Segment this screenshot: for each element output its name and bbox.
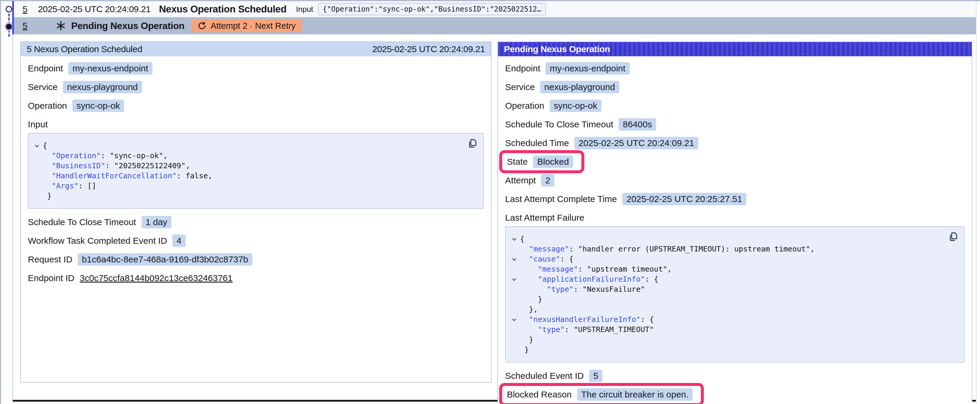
field-label: Last Attempt Failure — [505, 213, 584, 223]
field-value-badge: nexus-playground — [540, 81, 619, 93]
asterisk-icon — [56, 21, 66, 31]
json-line: }, — [509, 304, 958, 315]
json-line: } — [509, 345, 958, 355]
field-label: Operation — [505, 101, 544, 111]
blocked-reason-highlight-annotation: Blocked Reason The circuit breaker is op… — [499, 383, 704, 404]
json-line: "type": "NexusFailure" — [509, 284, 958, 295]
field-input-label-row: Input — [28, 118, 484, 131]
copy-button[interactable] — [948, 231, 959, 242]
panel-timestamp: 2025-02-25 UTC 20:24:09.21 — [372, 44, 485, 54]
state-badge: Blocked — [533, 155, 573, 168]
field-endpoint-id: Endpoint ID 3c0c75ccfa8144b092c13ce63246… — [28, 272, 484, 284]
field-label: Schedule To Close Timeout — [28, 217, 136, 227]
field-value-badge: my-nexus-endpoint — [68, 62, 152, 74]
pending-operation-row[interactable]: 5 Pending Nexus Operation Attempt 2 · Ne… — [14, 17, 980, 34]
json-line: { — [509, 234, 958, 244]
field-label: Endpoint — [505, 63, 540, 73]
json-line: "message": "handler error (UPSTREAM_TIME… — [509, 244, 958, 254]
field-attempt: Attempt 2 — [505, 174, 964, 187]
field-endpoint: Endpoint my-nexus-endpoint — [505, 62, 964, 74]
pending-operation-panel-header: Pending Nexus Operation — [498, 42, 972, 56]
json-line: "HandlerWaitForCancellation": false, — [32, 171, 477, 181]
field-label: Schedule To Close Timeout — [505, 119, 613, 130]
field-service: Service nexus-playground — [28, 81, 484, 93]
event-timestamp: 2025-02-25 UTC 20:24:09.21 — [38, 4, 151, 14]
field-label: Workflow Task Completed Event ID — [28, 236, 167, 246]
field-state: State Blocked — [505, 155, 964, 168]
field-scheduled-time: Scheduled Time 2025-02-25 UTC 20:24:09.2… — [505, 137, 964, 149]
field-label: Scheduled Time — [505, 138, 569, 148]
field-label: Service — [505, 82, 535, 92]
event-detail-area: 5 Nexus Operation Scheduled 2025-02-25 U… — [13, 34, 977, 402]
json-line: "cause": { — [509, 254, 958, 264]
panel-title: 5 Nexus Operation Scheduled — [27, 44, 142, 54]
json-line: { — [32, 141, 477, 151]
selected-event-indicator — [12, 1, 14, 34]
field-value-badge: sync-op-ok — [550, 100, 601, 112]
scrollbar[interactable] — [976, 1, 980, 404]
json-line: "BusinessID": "20250225122409", — [32, 161, 477, 171]
field-label: Scheduled Event ID — [505, 371, 584, 381]
event-detail-panel-header: 5 Nexus Operation Scheduled 2025-02-25 U… — [21, 42, 491, 56]
field-request-id: Request ID b1c6a4bc-8ee7-468a-9169-df3b0… — [28, 253, 484, 266]
field-operation: Operation sync-op-ok — [505, 100, 964, 112]
field-label: Request ID — [28, 254, 72, 265]
attempt-retry-label: Attempt 2 · Next Retry — [211, 21, 296, 31]
event-marker-icon — [6, 6, 12, 13]
field-label: Endpoint ID — [28, 273, 75, 283]
pending-marker-icon — [6, 24, 12, 30]
field-value-badge: b1c6a4bc-8ee7-468a-9169-df3b02c8737b — [78, 253, 252, 266]
json-line: "type": "UPSTREAM_TIMEOUT" — [509, 325, 958, 335]
field-value-badge: sync-op-ok — [72, 100, 124, 112]
field-value-badge: 1 day — [142, 216, 172, 228]
event-detail-panel: 5 Nexus Operation Scheduled 2025-02-25 U… — [20, 41, 492, 383]
event-id-link[interactable]: 5 — [22, 4, 31, 14]
json-line: "applicationFailureInfo": { — [509, 274, 958, 284]
panel-title: Pending Nexus Operation — [504, 44, 610, 54]
field-label: Endpoint — [28, 63, 63, 73]
event-input-label: Input — [296, 5, 313, 14]
field-label: Attempt — [505, 175, 536, 185]
field-label: State — [507, 157, 528, 167]
json-line: } — [32, 191, 477, 201]
blocked-reason-badge: The circuit breaker is open. — [577, 388, 693, 401]
field-scheduled-event-id: Scheduled Event ID 5 — [505, 370, 964, 382]
event-input-preview-badge[interactable]: {"Operation":"sync-op-ok","BusinessID":"… — [318, 3, 546, 16]
field-service: Service nexus-playground — [505, 81, 964, 93]
field-wft-completed-event-id: Workflow Task Completed Event ID 4 — [28, 234, 484, 247]
chevron-down-icon[interactable] — [512, 257, 516, 261]
pending-id-link[interactable]: 5 — [22, 21, 31, 31]
field-value-badge: 5 — [589, 370, 602, 382]
chevron-down-icon[interactable] — [512, 317, 516, 322]
field-value-badge: 4 — [172, 234, 186, 247]
attempt-retry-badge: Attempt 2 · Next Retry — [192, 19, 302, 32]
temporal-event-history-view: 5 2025-02-25 UTC 20:24:09.21 Nexus Opera… — [0, 0, 980, 404]
json-line: "nexusHandlerFailureInfo": { — [509, 315, 958, 325]
chevron-down-icon[interactable] — [35, 143, 39, 147]
field-label: Service — [28, 82, 57, 92]
history-event-row[interactable]: 5 2025-02-25 UTC 20:24:09.21 Nexus Opera… — [14, 1, 980, 17]
json-line: "Args": [] — [32, 181, 477, 191]
json-line: } — [509, 335, 958, 345]
field-label: Last Attempt Complete Time — [505, 194, 617, 204]
field-operation: Operation sync-op-ok — [28, 100, 484, 112]
field-endpoint: Endpoint my-nexus-endpoint — [28, 62, 484, 74]
field-value-badge: nexus-playground — [63, 81, 142, 93]
field-last-attempt-complete-time: Last Attempt Complete Time 2025-02-25 UT… — [505, 193, 964, 205]
field-schedule-to-close: Schedule To Close Timeout 1 day — [28, 216, 484, 228]
chevron-down-icon[interactable] — [512, 277, 516, 281]
input-json-viewer: { "Operation": "sync-op-ok", "BusinessID… — [28, 133, 484, 209]
endpoint-id-link[interactable]: 3c0c75ccfa8144b092c13ce632463761 — [80, 273, 232, 283]
copy-button[interactable] — [467, 138, 478, 149]
field-label: Input — [28, 119, 48, 130]
chevron-down-icon[interactable] — [512, 237, 516, 241]
state-highlight-annotation: State Blocked — [499, 150, 584, 173]
field-label: Operation — [28, 101, 67, 111]
field-value-badge: my-nexus-endpoint — [546, 62, 629, 74]
json-line: "message": "upstream timeout", — [509, 264, 958, 274]
retry-icon — [197, 21, 207, 30]
field-value-badge: 2025-02-25 UTC 20:25:27.51 — [622, 193, 746, 205]
field-label: Blocked Reason — [507, 390, 571, 399]
timeline-connector-line — [8, 10, 10, 37]
field-value-badge: 86400s — [619, 118, 656, 131]
